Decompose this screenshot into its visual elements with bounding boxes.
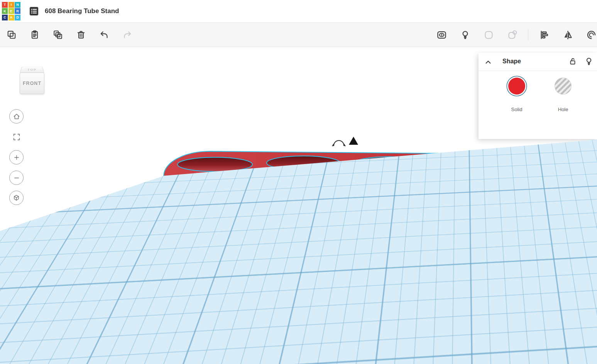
design-menu-button[interactable] [29, 6, 39, 17]
copy-button[interactable] [4, 26, 19, 44]
zoom-out-button[interactable] [9, 171, 24, 185]
home-icon [13, 113, 20, 120]
tinkercad-logo[interactable]: T I N K E R C A D [2, 2, 21, 21]
logo-tile: C [2, 15, 8, 20]
rotate-handle-top[interactable] [332, 141, 346, 146]
toolbar-left-group [4, 23, 135, 47]
lock-toggle-button[interactable] [568, 57, 578, 67]
minus-icon [13, 174, 20, 181]
unlock-icon [568, 57, 577, 66]
rotate-handle-right[interactable] [536, 146, 545, 160]
perspective-toggle-button[interactable] [9, 191, 24, 205]
design-title: 608 Bearing Tube Stand [45, 7, 119, 15]
height-handle[interactable] [351, 169, 354, 173]
ungroup-icon [507, 30, 518, 40]
toolbar-right-group [434, 23, 597, 47]
tube-hole [298, 172, 383, 188]
undo-button[interactable] [96, 26, 112, 44]
redo-button[interactable] [120, 26, 135, 44]
toolbar [0, 22, 597, 47]
header: T I N K E R C A D 608 Bearing Tube Stand [0, 0, 597, 22]
settings-link[interactable]: Settings [572, 354, 591, 359]
mid-edge-handle[interactable] [157, 242, 160, 245]
toolbar-separator [528, 29, 528, 41]
engraved-text: 608 Bearings [238, 201, 513, 264]
duplicate-icon [53, 30, 63, 40]
tube-hole [267, 156, 340, 170]
tube-hole [353, 157, 426, 171]
rotate-handle-front[interactable] [365, 276, 378, 282]
solid-swatch[interactable] [508, 78, 525, 95]
viewport-canvas[interactable]: Workplane [0, 47, 597, 364]
logo-tile: K [2, 8, 8, 14]
corner-handle[interactable] [132, 274, 135, 277]
tube-hole [178, 157, 252, 172]
corner-handle[interactable] [589, 263, 592, 266]
mirror-button[interactable] [560, 26, 575, 44]
mirror-flip-icon [563, 30, 573, 40]
mid-edge-handle[interactable] [538, 235, 541, 237]
view-cube[interactable]: TOP FRONT [14, 59, 49, 97]
panel-header: Shape [479, 53, 597, 71]
corner-handle[interactable] [182, 210, 186, 214]
tube-hole [470, 168, 543, 183]
eye-visibility-icon [436, 30, 447, 40]
hole-swatch[interactable] [555, 78, 572, 95]
logo-tile: A [8, 15, 14, 20]
hole-label: Hole [551, 107, 575, 112]
copy-icon [7, 30, 17, 40]
tube-hole [386, 170, 468, 185]
logo-tile: D [15, 15, 20, 20]
tinkercad-app: T I N K E R C A D 608 Bearing Tube Stand [0, 0, 597, 364]
logo-tile: I [8, 2, 14, 8]
view-cube-front-face[interactable]: FRONT [20, 73, 44, 94]
show-all-button[interactable] [457, 26, 473, 44]
lightbulb-icon [460, 30, 470, 40]
logo-tile: E [8, 8, 14, 14]
plus-icon [13, 154, 20, 161]
logo-tile: R [15, 8, 20, 14]
trash-icon [76, 30, 86, 40]
cube-icon [13, 194, 20, 201]
group-button[interactable] [481, 26, 496, 44]
redo-icon [122, 30, 132, 40]
mid-edge-handle[interactable] [360, 269, 363, 271]
fit-view-button[interactable] [9, 130, 24, 144]
paste-button[interactable] [27, 26, 42, 44]
align-button[interactable] [536, 26, 552, 44]
paste-icon [30, 30, 40, 40]
hide-button[interactable] [434, 26, 449, 44]
tube-hole [208, 173, 295, 189]
duplicate-button[interactable] [50, 26, 66, 44]
solid-label: Solid [505, 107, 528, 112]
undo-icon [99, 30, 109, 40]
raise-cone-handle[interactable] [349, 137, 358, 145]
logo-tile: N [15, 2, 20, 8]
scribble-spiral-icon [586, 30, 597, 40]
scribble-button[interactable] [583, 26, 597, 44]
chevron-up-icon [483, 57, 493, 67]
visibility-toggle-button[interactable] [584, 57, 594, 67]
home-view-button[interactable] [9, 109, 24, 124]
delete-button[interactable] [73, 26, 89, 44]
group-icon [484, 30, 494, 40]
panel-title: Shape [502, 58, 521, 65]
corner-handle[interactable] [486, 206, 490, 209]
lightbulb-icon [584, 57, 594, 66]
list-menu-icon [29, 6, 39, 17]
collapse-panel-button[interactable] [483, 57, 493, 67]
ungroup-button[interactable] [504, 26, 520, 44]
shape-inspector-panel: Shape Solid Hole [479, 53, 597, 139]
align-icon [539, 30, 550, 40]
logo-tile: T [2, 2, 8, 8]
fit-view-icon [12, 133, 21, 141]
zoom-in-button[interactable] [9, 150, 24, 164]
